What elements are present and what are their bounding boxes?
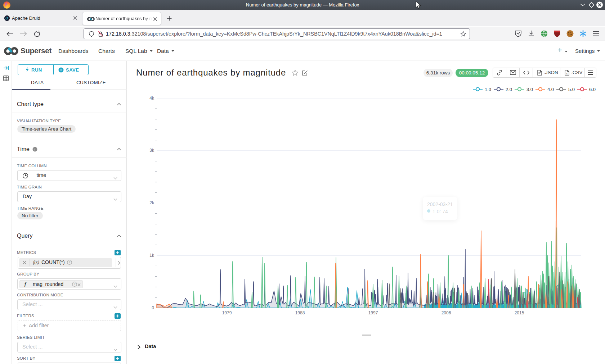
- svg-text:1997: 1997: [368, 310, 378, 315]
- svg-text:4k: 4k: [149, 96, 154, 101]
- svg-text:x: x: [566, 72, 568, 75]
- svg-text:1k: 1k: [149, 253, 154, 258]
- svg-text:?: ?: [68, 260, 70, 264]
- svg-text:2k: 2k: [149, 200, 154, 205]
- svg-text:3k: 3k: [149, 148, 154, 153]
- svg-text:?: ?: [73, 282, 75, 286]
- svg-text:1979: 1979: [222, 310, 232, 315]
- svg-text:2006: 2006: [442, 310, 451, 315]
- svg-text:0: 0: [152, 305, 154, 310]
- svg-text:2015: 2015: [515, 310, 524, 315]
- svg-text:1988: 1988: [295, 310, 305, 315]
